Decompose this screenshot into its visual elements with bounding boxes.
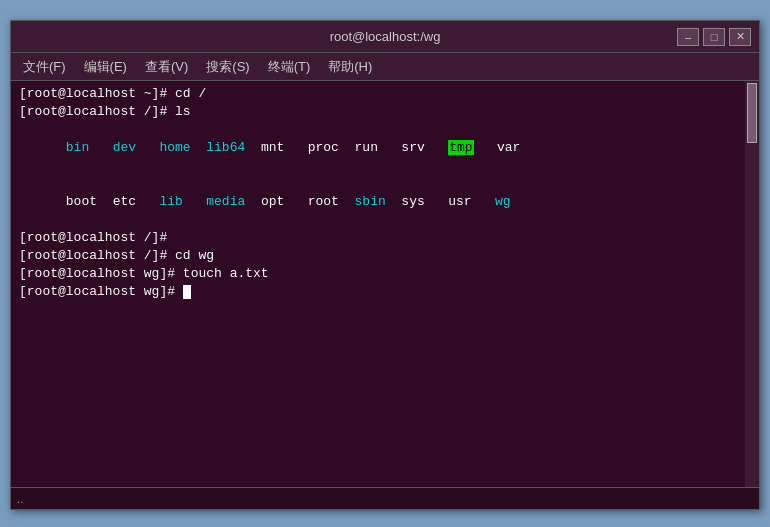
- bottom-bar: ..: [11, 487, 759, 509]
- ls-sbin: sbin: [355, 194, 386, 209]
- scrollbar-thumb[interactable]: [747, 83, 757, 143]
- ls-tmp: tmp: [448, 140, 473, 155]
- ls-bin: bin: [66, 140, 89, 155]
- ls-wg: wg: [495, 194, 511, 209]
- terminal-line-1: [root@localhost ~]# cd /: [19, 85, 751, 103]
- ls-sys: sys: [401, 194, 424, 209]
- terminal-ls-row1: bin dev home lib64 mnt proc run srv tmp …: [19, 121, 751, 175]
- terminal-line-8: [root@localhost wg]#: [19, 283, 751, 301]
- maximize-button[interactable]: □: [703, 28, 725, 46]
- window-controls: – □ ✕: [677, 28, 751, 46]
- terminal-line-7: [root@localhost wg]# touch a.txt: [19, 265, 751, 283]
- menu-bar: 文件(F) 编辑(E) 查看(V) 搜索(S) 终端(T) 帮助(H): [11, 53, 759, 81]
- ls-usr: usr: [448, 194, 471, 209]
- menu-edit[interactable]: 编辑(E): [76, 56, 135, 78]
- ls-opt: opt: [261, 194, 284, 209]
- menu-terminal[interactable]: 终端(T): [260, 56, 319, 78]
- ls-lib: lib: [159, 194, 182, 209]
- terminal-body[interactable]: [root@localhost ~]# cd / [root@localhost…: [11, 81, 759, 487]
- terminal-window: root@localhost:/wg – □ ✕ 文件(F) 编辑(E) 查看(…: [10, 20, 760, 510]
- ls-run: run: [355, 140, 378, 155]
- terminal-cursor: [183, 285, 191, 299]
- ls-home: home: [159, 140, 190, 155]
- menu-view[interactable]: 查看(V): [137, 56, 196, 78]
- bottom-text: ..: [17, 492, 24, 506]
- ls-var: var: [497, 140, 520, 155]
- close-button[interactable]: ✕: [729, 28, 751, 46]
- terminal-line-2: [root@localhost /]# ls: [19, 103, 751, 121]
- ls-lib64: lib64: [206, 140, 245, 155]
- minimize-button[interactable]: –: [677, 28, 699, 46]
- menu-search[interactable]: 搜索(S): [198, 56, 257, 78]
- menu-file[interactable]: 文件(F): [15, 56, 74, 78]
- terminal-line-5: [root@localhost /]#: [19, 229, 751, 247]
- ls-boot: boot: [66, 194, 97, 209]
- scrollbar[interactable]: [745, 81, 759, 487]
- terminal-ls-row2: boot etc lib media opt root sbin sys usr…: [19, 175, 751, 229]
- ls-root: root: [308, 194, 339, 209]
- ls-etc: etc: [113, 194, 136, 209]
- ls-mnt: mnt: [261, 140, 284, 155]
- terminal-line-6: [root@localhost /]# cd wg: [19, 247, 751, 265]
- window-title: root@localhost:/wg: [330, 29, 441, 44]
- ls-proc: proc: [308, 140, 339, 155]
- ls-media: media: [206, 194, 245, 209]
- ls-dev: dev: [113, 140, 136, 155]
- ls-srv: srv: [401, 140, 424, 155]
- title-bar: root@localhost:/wg – □ ✕: [11, 21, 759, 53]
- menu-help[interactable]: 帮助(H): [320, 56, 380, 78]
